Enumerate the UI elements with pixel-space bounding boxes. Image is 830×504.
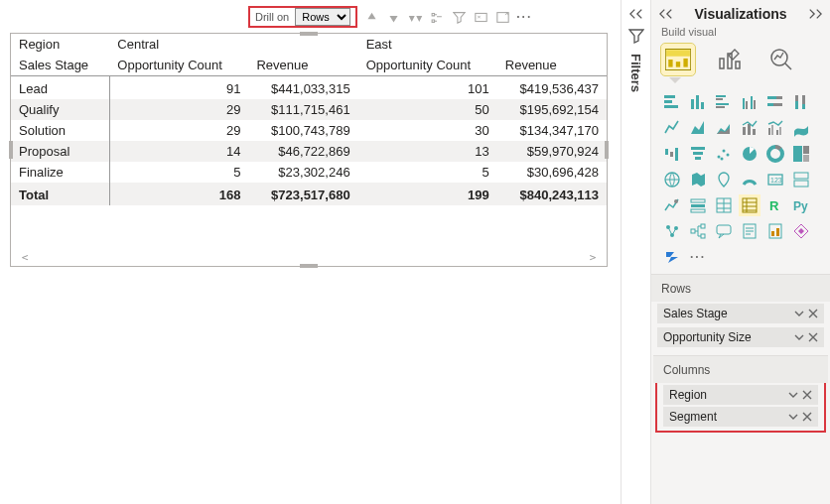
svg-rect-9 — [736, 62, 740, 68]
card-icon[interactable]: 123 — [764, 169, 786, 190]
resize-handle-right[interactable] — [605, 141, 609, 159]
area-chart-icon[interactable] — [687, 117, 709, 139]
line-stacked-col-icon[interactable] — [739, 117, 761, 139]
cols-field-segment[interactable]: Segment — [663, 407, 818, 427]
table-row[interactable]: Solution29$100,743,78930$134,347,170 — [11, 120, 607, 141]
drill-on-select[interactable]: Rows — [295, 8, 350, 26]
stacked-col-100-icon[interactable] — [790, 91, 812, 113]
svg-rect-77 — [771, 231, 774, 236]
field-label: Region — [669, 388, 707, 402]
focus-mode-icon[interactable] — [473, 9, 488, 25]
build-visual-tab[interactable] — [661, 44, 695, 75]
stacked-area-icon[interactable] — [713, 117, 735, 139]
rows-field-sales-stage[interactable]: Sales Stage — [657, 304, 824, 323]
resize-handle-bottom[interactable] — [300, 264, 318, 268]
paginated-report-icon[interactable] — [764, 220, 786, 242]
report-canvas[interactable]: Drill on Rows ··· Region — [0, 0, 621, 504]
table-row[interactable]: Proposal14$46,722,86913$59,970,924 — [11, 141, 607, 162]
line-clustered-col-icon[interactable] — [764, 117, 786, 139]
analytics-tab[interactable] — [764, 44, 798, 75]
scatter-icon[interactable] — [713, 143, 735, 165]
stacked-column-icon[interactable] — [687, 91, 709, 113]
pie-icon[interactable] — [739, 143, 761, 165]
svg-rect-0 — [476, 13, 486, 21]
col-region-0[interactable]: Central — [109, 34, 357, 55]
filled-map-icon[interactable] — [687, 169, 709, 190]
filter-icon[interactable] — [451, 9, 467, 25]
resize-handle-left[interactable] — [9, 141, 13, 159]
clustered-column-icon[interactable] — [739, 91, 761, 113]
svg-rect-36 — [768, 128, 770, 135]
chevron-down-icon[interactable] — [788, 390, 798, 400]
gauge-icon[interactable] — [739, 169, 761, 190]
filters-pane-collapsed[interactable]: Filters — [621, 0, 650, 504]
tab-caret-icon — [669, 77, 681, 83]
collapse-viz-icon[interactable] — [659, 8, 673, 20]
stacked-bar-100-icon[interactable] — [764, 91, 786, 113]
expand-next-level-icon[interactable] — [407, 9, 423, 25]
table-row[interactable]: Lead91$441,033,315101$419,536,437 — [11, 76, 607, 100]
remove-field-icon[interactable] — [802, 390, 812, 400]
smart-narrative-icon[interactable] — [739, 220, 761, 242]
get-more-visuals-icon[interactable]: ··· — [687, 246, 709, 268]
power-automate-icon[interactable] — [661, 246, 683, 268]
power-apps-icon[interactable] — [790, 220, 812, 242]
svg-rect-71 — [691, 229, 695, 233]
field-label: Opportunity Size — [663, 330, 752, 344]
expand-all-icon[interactable] — [429, 9, 445, 25]
more-options-icon[interactable]: ··· — [516, 9, 532, 25]
r-visual-icon[interactable]: R — [764, 194, 786, 216]
cols-field-region[interactable]: Region — [663, 385, 818, 405]
key-influencers-icon[interactable] — [661, 220, 683, 242]
chevron-down-icon[interactable] — [794, 332, 804, 342]
subcol-3[interactable]: Revenue — [497, 55, 607, 76]
expand-viz-icon[interactable] — [808, 8, 822, 20]
col-region-1[interactable]: East — [358, 34, 607, 55]
clustered-bar-icon[interactable] — [713, 91, 735, 113]
remove-field-icon[interactable] — [808, 309, 818, 318]
kpi-icon[interactable] — [661, 194, 683, 216]
ribbon-chart-icon[interactable] — [790, 117, 812, 139]
matrix-icon[interactable] — [739, 194, 761, 216]
drill-up-icon[interactable] — [363, 9, 379, 25]
svg-rect-62 — [691, 204, 705, 207]
line-chart-icon[interactable] — [661, 117, 683, 139]
scroll-left-icon[interactable]: < — [19, 251, 31, 264]
format-tab[interactable] — [713, 44, 747, 75]
decomp-tree-icon[interactable] — [687, 220, 709, 242]
subcol-0[interactable]: Opportunity Count — [109, 55, 248, 76]
table-icon[interactable] — [713, 194, 735, 216]
expand-filters-icon[interactable] — [629, 8, 643, 20]
subcol-1[interactable]: Revenue — [248, 55, 357, 76]
python-visual-icon[interactable]: Py — [790, 194, 812, 216]
rows-field-opportunity-size[interactable]: Opportunity Size — [657, 327, 824, 347]
azure-map-icon[interactable] — [713, 169, 735, 190]
table-row[interactable]: Qualify29$111,715,46150$195,692,154 — [11, 99, 607, 120]
subcol-2[interactable]: Opportunity Count — [358, 55, 497, 76]
stacked-bar-icon[interactable] — [661, 91, 683, 113]
chevron-down-icon[interactable] — [794, 309, 804, 318]
treemap-icon[interactable] — [790, 143, 812, 165]
remove-field-icon[interactable] — [802, 412, 812, 422]
table-row[interactable]: Finalize5$23,302,2465$30,696,428 — [11, 162, 607, 183]
scroll-track[interactable] — [33, 254, 585, 261]
map-icon[interactable] — [661, 169, 683, 190]
slicer-icon[interactable] — [687, 194, 709, 216]
waterfall-icon[interactable] — [661, 143, 683, 165]
funnel-icon[interactable] — [687, 143, 709, 165]
scroll-right-icon[interactable]: > — [587, 251, 599, 264]
donut-icon[interactable] — [764, 143, 786, 165]
resize-handle-top[interactable] — [300, 32, 318, 36]
chevron-down-icon[interactable] — [788, 412, 798, 422]
svg-rect-11 — [664, 95, 675, 98]
matrix-visual[interactable]: Region Central East Sales Stage Opportun… — [10, 33, 608, 267]
svg-rect-23 — [751, 96, 753, 109]
svg-rect-35 — [753, 129, 756, 135]
svg-text:R: R — [769, 198, 779, 213]
qa-visual-icon[interactable] — [713, 220, 735, 242]
svg-rect-12 — [664, 100, 672, 103]
drill-down-icon[interactable] — [385, 9, 401, 25]
multi-row-card-icon[interactable] — [790, 169, 812, 190]
spotlight-icon[interactable] — [494, 9, 510, 25]
remove-field-icon[interactable] — [808, 332, 818, 342]
